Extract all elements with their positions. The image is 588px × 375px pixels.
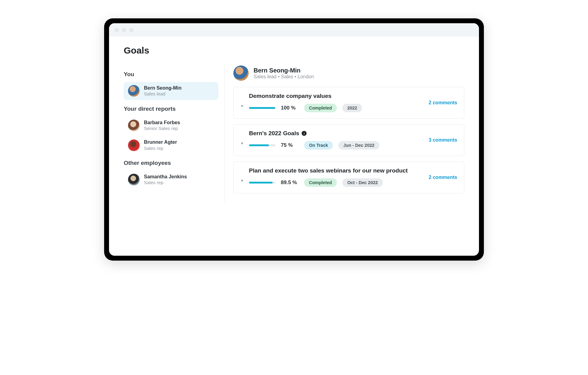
sidebar-person-direct-report[interactable]: Barbara Forbes Senior Sales rep <box>124 117 218 135</box>
progress-fill <box>249 144 269 146</box>
content: Goals You Bern Seong-Min Sales lead Your… <box>109 37 479 256</box>
goal-title: Plan and execute two sales webinars for … <box>249 167 457 174</box>
traffic-light-zoom[interactable] <box>129 28 134 32</box>
comments-link[interactable]: 3 comments <box>429 137 457 143</box>
comments-link[interactable]: 2 comments <box>429 175 457 180</box>
person-role: Sales rep <box>144 180 187 186</box>
progress-bar <box>249 144 275 146</box>
traffic-light-minimize[interactable] <box>122 28 126 32</box>
person-name: Samantha Jenkins <box>144 174 187 180</box>
traffic-light-close[interactable] <box>115 28 119 32</box>
info-icon[interactable]: i <box>302 131 307 136</box>
window: Goals You Bern Seong-Min Sales lead Your… <box>109 23 479 256</box>
avatar <box>233 65 249 81</box>
avatar <box>128 174 140 185</box>
avatar <box>128 85 140 97</box>
progress-bar <box>249 182 275 184</box>
page-title: Goals <box>124 45 464 56</box>
progress-fill <box>249 107 275 109</box>
goal-title: Bern's 2022 Goals i <box>249 130 457 137</box>
titlebar <box>109 23 479 37</box>
avatar <box>128 139 140 151</box>
avatar <box>128 120 140 131</box>
person-role: Sales lead <box>144 91 182 97</box>
chevron-down-icon[interactable]: ▾ <box>241 103 243 108</box>
sidebar-heading-direct-reports: Your direct reports <box>124 106 218 112</box>
sidebar-person-you[interactable]: Bern Seong-Min Sales lead <box>124 82 218 100</box>
main: Bern Seong-Min Sales lead • Sales • Lond… <box>233 65 464 203</box>
progress-percent: 89.5 % <box>281 180 299 186</box>
date-badge: Oct - Dec 2022 <box>342 178 383 187</box>
goal-card[interactable]: ▾ Plan and execute two sales webinars fo… <box>233 162 464 193</box>
progress-percent: 75 % <box>281 142 299 148</box>
profile-meta: Sales lead • Sales • London <box>254 74 314 80</box>
sidebar: You Bern Seong-Min Sales lead Your direc… <box>124 65 225 203</box>
person-name: Bern Seong-Min <box>144 85 182 91</box>
chevron-down-icon[interactable]: ▾ <box>241 178 243 183</box>
progress-percent: 100 % <box>281 105 299 111</box>
comments-link[interactable]: 2 comments <box>429 100 457 106</box>
goal-title-text: Plan and execute two sales webinars for … <box>249 167 408 174</box>
sidebar-heading-other: Other employees <box>124 160 218 166</box>
device-frame: Goals You Bern Seong-Min Sales lead Your… <box>104 18 484 261</box>
person-role: Senior Sales rep <box>144 125 180 132</box>
goal-title-text: Bern's 2022 Goals <box>249 130 299 137</box>
sidebar-person-other[interactable]: Samantha Jenkins Sales rep <box>124 171 218 189</box>
status-badge: On Track <box>304 141 333 150</box>
chevron-down-icon[interactable]: ▾ <box>241 141 243 146</box>
date-badge: 2022 <box>342 104 362 112</box>
goal-title: Demonstrate company values <box>249 93 457 99</box>
goal-title-text: Demonstrate company values <box>249 93 331 99</box>
sidebar-heading-you: You <box>124 71 218 78</box>
progress-bar <box>249 107 275 109</box>
goal-card[interactable]: ▾ Bern's 2022 Goals i 75 % <box>233 124 464 156</box>
progress-fill <box>249 182 273 184</box>
profile-header: Bern Seong-Min Sales lead • Sales • Lond… <box>233 65 464 81</box>
status-badge: Completed <box>304 178 337 187</box>
sidebar-person-direct-report[interactable]: Brunner Agter Sales rep <box>124 136 218 154</box>
person-role: Sales rep <box>144 145 177 151</box>
date-badge: Jun - Dec 2022 <box>338 141 379 150</box>
status-badge: Completed <box>304 104 337 112</box>
person-name: Barbara Forbes <box>144 120 180 125</box>
profile-name: Bern Seong-Min <box>254 67 314 74</box>
person-name: Brunner Agter <box>144 139 177 145</box>
goal-card[interactable]: ▾ Demonstrate company values 100 % <box>233 87 464 119</box>
